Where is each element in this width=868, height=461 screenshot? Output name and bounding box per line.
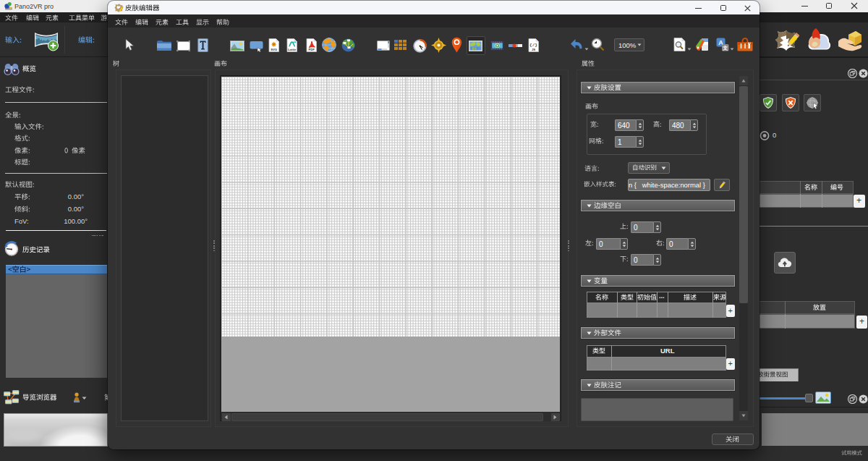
svg-text:文: 文 — [722, 45, 728, 51]
svg-text:Lottie: Lottie — [288, 48, 297, 51]
svg-text:JS: JS — [532, 48, 535, 51]
svg-text:SVG: SVG — [271, 48, 277, 51]
svg-text:PDF: PDF — [308, 48, 315, 51]
svg-text:{/}: {/} — [529, 43, 537, 48]
